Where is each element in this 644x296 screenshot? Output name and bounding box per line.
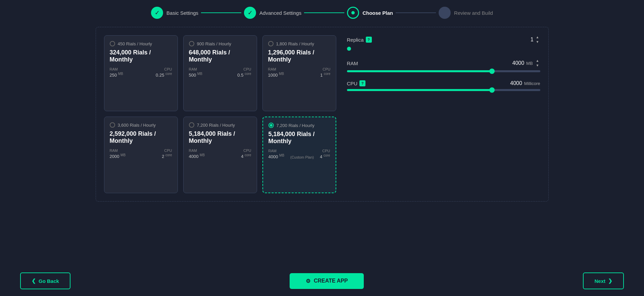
- ram-section: RAM 4000 MB ▲ ▼: [347, 59, 540, 72]
- cpu-unit: Millicore: [524, 81, 540, 86]
- plan-card-1[interactable]: 450 Rials / Hourly 324,000 Rials / Month…: [104, 35, 178, 111]
- plan-hourly-custom: 7,200 Rials / Hourly: [277, 123, 314, 128]
- connector-1: [201, 12, 241, 13]
- ram-slider[interactable]: [347, 70, 540, 72]
- right-panel: Replica ? 1 ▲ ▼: [347, 35, 540, 193]
- ram-slider-fill: [347, 70, 492, 72]
- plan-monthly-1: 324,000 Rials / Monthly: [110, 49, 172, 63]
- plan-ram-label-4: RAM: [110, 149, 126, 153]
- step-advanced-settings-label: Advanced Settings: [259, 10, 301, 16]
- plan-ram-label-2: RAM: [189, 67, 202, 71]
- step-choose-plan: Choose Plan: [347, 7, 393, 19]
- ram-slider-thumb[interactable]: [489, 69, 495, 74]
- replica-increment[interactable]: ▲: [535, 35, 540, 39]
- plan-card-custom[interactable]: 7,200 Rials / Hourly 5,184,000 Rials / M…: [262, 117, 336, 193]
- plan-cpu-label-1: CPU: [156, 67, 172, 71]
- plan-radio-custom: [268, 123, 274, 128]
- plan-ram-label-3: RAM: [268, 67, 284, 71]
- plan-ram-label-1: RAM: [110, 67, 123, 71]
- ram-slider-track: [347, 70, 540, 72]
- plan-hourly-5: 7,200 Rials / Hourly: [197, 123, 235, 128]
- plan-monthly-2: 648,000 Rials / Monthly: [189, 49, 251, 63]
- svg-point-0: [351, 11, 355, 14]
- step-review-build-label: Review and Build: [454, 10, 493, 16]
- plan-radio-5: [189, 122, 194, 128]
- ram-unit: MB: [526, 61, 533, 66]
- plan-hourly-1: 450 Rials / Hourly: [118, 41, 152, 46]
- plan-cpu-value-1: 0.25 core: [156, 72, 172, 78]
- bottom-bar: ❮ Go Back ⚙ CREATE APP Next ❯: [0, 266, 644, 296]
- plan-monthly-3: 1,296,000 Rials / Monthly: [268, 49, 331, 63]
- plan-monthly-custom: 5,184,000 Rials / Monthly: [268, 131, 330, 145]
- plan-ram-value-custom: 4000 MB: [268, 154, 285, 159]
- cpu-section: CPU ? 4000 Millicore: [347, 80, 540, 91]
- plan-ram-value-1: 250 MB: [110, 72, 123, 78]
- plan-ram-value-4: 2000 MB: [110, 153, 126, 159]
- go-back-button[interactable]: ❮ Go Back: [20, 272, 70, 289]
- plan-monthly-5: 5,184,000 Rials / Monthly: [189, 130, 251, 144]
- cpu-slider-fill: [347, 89, 492, 91]
- plan-radio-1: [110, 41, 115, 46]
- replica-label: Replica: [347, 37, 364, 43]
- go-back-arrow: ❮: [32, 278, 36, 284]
- plan-cpu-label-3: CPU: [320, 67, 330, 71]
- plan-ram-label-5: RAM: [189, 149, 205, 153]
- next-button[interactable]: Next ❯: [583, 272, 624, 289]
- plan-ram-value-3: 1000 MB: [268, 72, 284, 78]
- step-basic-settings-label: Basic Settings: [166, 10, 198, 16]
- cpu-slider-thumb[interactable]: [489, 87, 495, 93]
- plan-card-3[interactable]: 1,800 Rials / Hourly 1,296,000 Rials / M…: [262, 35, 336, 111]
- plan-cpu-label-4: CPU: [162, 149, 172, 153]
- ram-increment[interactable]: ▲: [535, 59, 540, 63]
- step-choose-plan-label: Choose Plan: [362, 10, 393, 16]
- gear-icon: ⚙: [306, 278, 310, 284]
- step-review-build-icon: [439, 7, 451, 19]
- next-label: Next: [594, 278, 605, 284]
- plan-radio-2: [189, 41, 194, 46]
- plan-cpu-value-2: 0.5 core: [237, 72, 251, 78]
- connector-2: [304, 12, 344, 13]
- plan-hourly-3: 1,800 Rials / Hourly: [276, 41, 314, 46]
- cpu-slider[interactable]: [347, 89, 540, 91]
- create-app-button[interactable]: ⚙ CREATE APP: [290, 273, 364, 289]
- plan-monthly-4: 2,592,000 Rials / Monthly: [110, 130, 172, 144]
- plan-ram-value-5: 4000 MB: [189, 153, 205, 159]
- plan-card-5[interactable]: 7,200 Rials / Hourly 5,184,000 Rials / M…: [183, 117, 257, 193]
- plan-custom-tag: (Custom Plan): [290, 155, 314, 159]
- stepper: ✓ Basic Settings ✓ Advanced Settings Cho…: [0, 0, 644, 27]
- cpu-label: CPU: [347, 81, 358, 86]
- create-app-label: CREATE APP: [314, 278, 348, 284]
- replica-section: Replica ? 1 ▲ ▼: [347, 35, 540, 51]
- cpu-slider-track: [347, 89, 540, 91]
- replica-input-group: 1 ▲ ▼: [520, 35, 540, 44]
- cpu-help-icon[interactable]: ?: [359, 80, 365, 86]
- cpu-label-row: CPU ?: [347, 80, 366, 86]
- replica-decrement[interactable]: ▼: [535, 40, 540, 44]
- next-arrow: ❯: [608, 278, 612, 284]
- plan-radio-3: [268, 41, 274, 46]
- plan-cpu-value-5: 4 core: [241, 153, 251, 159]
- replica-label-row: Replica ?: [347, 37, 372, 43]
- plans-grid: 450 Rials / Hourly 324,000 Rials / Month…: [104, 35, 336, 193]
- ram-decrement[interactable]: ▼: [535, 64, 540, 68]
- plan-hourly-4: 3,600 Rials / Hourly: [118, 123, 156, 128]
- plan-cpu-label-custom: CPU: [320, 149, 330, 153]
- plan-card-4[interactable]: 3,600 Rials / Hourly 2,592,000 Rials / M…: [104, 117, 178, 193]
- plan-cpu-label-5: CPU: [241, 149, 251, 153]
- plan-radio-4: [110, 122, 115, 128]
- ram-value: 4000: [511, 60, 524, 66]
- plan-card-2[interactable]: 900 Rials / Hourly 648,000 Rials / Month…: [183, 35, 257, 111]
- ram-spinner: ▲ ▼: [535, 59, 540, 68]
- step-review-build: Review and Build: [439, 7, 493, 19]
- go-back-label: Go Back: [39, 278, 59, 284]
- replica-value: 1: [520, 37, 534, 43]
- step-advanced-settings: ✓ Advanced Settings: [244, 7, 301, 19]
- main-container: 450 Rials / Hourly 324,000 Rials / Month…: [96, 27, 549, 202]
- replica-spinner: ▲ ▼: [535, 35, 540, 44]
- replica-help-icon[interactable]: ?: [366, 37, 372, 43]
- ram-label: RAM: [347, 60, 358, 66]
- replica-status-dot: [347, 47, 351, 51]
- connector-3: [396, 12, 436, 13]
- plan-cpu-value-3: 1 core: [320, 72, 330, 78]
- step-choose-plan-icon: [347, 7, 359, 19]
